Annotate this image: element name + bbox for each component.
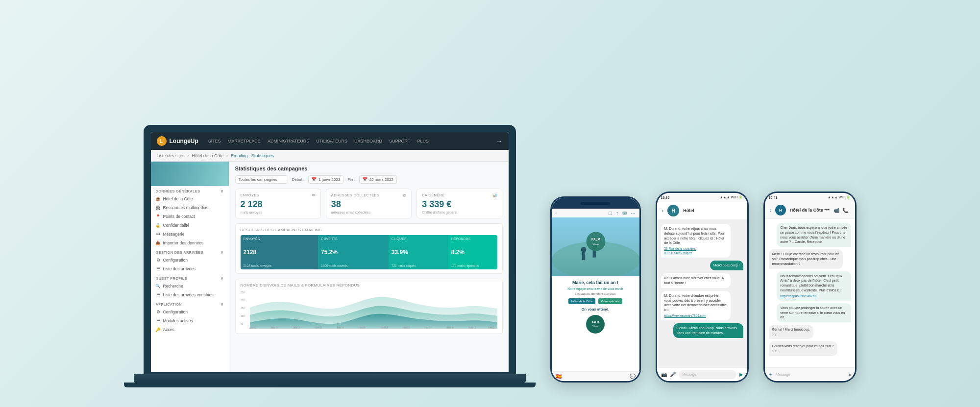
funnel-sent-sub: 2128 mails envoyés (244, 264, 315, 267)
sidebar-item-import[interactable]: 📥 Importer des données (151, 239, 229, 247)
svg-point-19 (581, 247, 586, 252)
phone3-msg-5: Génial ! Merci beaucoup. 3/11 (769, 325, 814, 339)
phone1-status-bar: ‹ □ ↑ ✉ ··· (552, 209, 639, 217)
svg-text:Janv 23: Janv 23 (315, 327, 322, 329)
contact-icon: 📍 (156, 214, 161, 219)
phone2-input-bar[interactable]: 📷 🎤 Message ▶ (657, 367, 747, 381)
sidebar-item-modules[interactable]: ☰ Modules activés (151, 316, 229, 325)
laptop-screen-outer: L LoungeUp SITES MARKETPLACE ADMINISTRAT… (144, 125, 516, 374)
area-chart-container: 250 200 150 100 50 (241, 290, 497, 330)
more-icon[interactable]: ··· (631, 210, 635, 216)
start-date-picker[interactable]: 📅 1 janvr 2022 (308, 175, 343, 184)
stat-revenue-label: CA GÉNÉRÉ (422, 193, 444, 197)
phone3-input-area[interactable]: ＋ iMessage ▶ (765, 367, 855, 381)
sidebar-item-contact[interactable]: 📍 Points de contact (151, 212, 229, 221)
msg1-link[interactable]: 33 Rue de la croisière,83990 Saint-Trope… (664, 246, 728, 255)
sidebar-item-privacy[interactable]: 🔒 Confidentialité (151, 221, 229, 230)
phone1-notch (552, 198, 639, 209)
sidebar-item-media[interactable]: 🖼 Ressources multimédias (151, 203, 229, 212)
svg-text:Janv 16: Janv 16 (293, 327, 300, 329)
breadcrumb-item-1[interactable]: Liste des sites (157, 153, 185, 158)
calendar-icon-2: 📅 (363, 177, 368, 182)
stat-sent-label: ENVOYÉS (241, 193, 259, 197)
calendar-icon: 📅 (312, 177, 317, 182)
phone2-messages: M. Durand, votre séjour chez nous débute… (657, 220, 747, 367)
dashboard-body: DONNÉES GÉNÉRALES ∨ 🏨 Hôtel de la Côte 🖼… (151, 162, 509, 372)
share-icon[interactable]: ↑ (616, 210, 619, 216)
sidebar-item-hotel[interactable]: 🏨 Hôtel de la Côte (151, 194, 229, 203)
chevron-down-icon[interactable]: ∨ (220, 276, 223, 281)
nav-dashboard[interactable]: DASHBOARD (354, 139, 382, 144)
nav-users[interactable]: UTILISATEURS (316, 139, 347, 144)
logo-icon: L (157, 136, 167, 146)
plus-icon[interactable]: ＋ (768, 370, 774, 379)
svg-text:150: 150 (241, 307, 245, 310)
sidebar-item-config[interactable]: ⚙ Configuration (151, 256, 229, 264)
camera-icon[interactable]: 📷 (661, 372, 667, 377)
email-cta-offer[interactable]: Offre spéciale (598, 298, 622, 304)
sidebar-item-enriched-list[interactable]: ☰ Liste des arrivées enrichies (151, 290, 229, 299)
imessage-input-field[interactable]: iMessage (776, 373, 847, 376)
sidebar-section-arrivals: GESTION DES ARRIVÉES ∨ (151, 247, 229, 256)
sidebar-item-search[interactable]: 🔍 Recherche (151, 282, 229, 290)
phone3-msg-2: Merci ! Oui je cherche un restaurant pou… (769, 249, 843, 268)
nav-plus[interactable]: PLUS (417, 139, 429, 144)
chevron-down-icon[interactable]: ∨ (220, 250, 223, 255)
phone-call-icon[interactable]: 📞 (842, 208, 848, 213)
logout-icon[interactable]: → (496, 137, 503, 145)
phone2-content: M. Durand, votre séjour chez nous débute… (657, 220, 747, 381)
phone1-nav-icons: □ ↑ ✉ ··· (609, 210, 635, 216)
funnel-segment-replied: RÉPONDUS 8.2% 175 mails répondus (448, 235, 497, 269)
msg4-link[interactable]: https://key.lessentry7809.com (664, 313, 728, 318)
phone3-avatar: H (775, 205, 786, 215)
breadcrumb-item-2[interactable]: Hôtel de la Côte (192, 153, 224, 158)
svg-text:250: 250 (241, 291, 245, 294)
mic-icon[interactable]: 🎤 (670, 372, 676, 377)
svg-text:Janv 09: Janv 09 (270, 327, 278, 329)
nav-support[interactable]: SUPPORT (389, 139, 410, 144)
phone3-status-bar: 10:41 ▲▲▲ WiFi 🔋 (765, 193, 855, 202)
phone2-avatar: H (667, 205, 679, 216)
bookmark-icon[interactable]: □ (609, 210, 612, 216)
laptop-foot (124, 383, 536, 387)
nav-sites[interactable]: SITES (208, 139, 221, 144)
sidebar-item-app-config[interactable]: ⚙ Configuration (151, 308, 229, 316)
nav-marketplace[interactable]: MARKETPLACE (228, 139, 261, 144)
email-bottom-logo-svg: PALM Village (586, 314, 605, 334)
chevron-down-icon[interactable]: ∨ (220, 302, 223, 307)
svg-text:Janv 02: Janv 02 (249, 327, 257, 329)
area-chart-section: NOMBRE D'ENVOIS DE MAILS & FORMULAIRES R… (235, 279, 503, 334)
phone1-back-arrow[interactable]: ‹ (556, 212, 557, 215)
phone2-wrapper: 16:35 ▲▲▲ WiFi 🔋 ‹ H Hôtel M. Durand, vo… (656, 192, 749, 383)
svg-text:Mars 06: Mars 06 (446, 327, 454, 329)
phone3-messages: Cher Jean, nous espérons que votre arriv… (765, 219, 855, 367)
sidebar-item-arrivals-list[interactable]: ☰ Liste des arrivées (151, 264, 229, 273)
phone2-chat-header: ‹ H Hôtel (657, 202, 747, 220)
svg-text:PALM: PALM (591, 321, 599, 324)
phone3-wrapper: 10:41 ▲▲▲ WiFi 🔋 ‹ H Hôtel de la Côte **… (763, 192, 857, 383)
message-input-field[interactable]: Message (679, 370, 736, 379)
end-date-picker[interactable]: 📅 25 mars 2022 (359, 175, 397, 184)
laptop-device: L LoungeUp SITES MARKETPLACE ADMINISTRAT… (124, 125, 536, 387)
send-icon[interactable]: ▶ (739, 372, 743, 377)
sidebar-item-access[interactable]: 🔑 Accès (151, 325, 229, 334)
funnel-container: ENVOYÉS 2128 2128 mails envoyés OUVERTS … (241, 235, 497, 269)
svg-text:50: 50 (241, 323, 244, 325)
video-call-icon[interactable]: 📹 (833, 208, 839, 213)
chevron-down-icon[interactable]: ∨ (220, 189, 223, 193)
mail-action-icon[interactable]: ✉ (622, 210, 627, 216)
top-navigation[interactable]: SITES MARKETPLACE ADMINISTRATEURS UTILIS… (208, 139, 429, 144)
sidebar-item-messaging[interactable]: ✉ Messagerie (151, 230, 229, 239)
svg-text:200: 200 (241, 299, 245, 302)
nav-admins[interactable]: ADMINISTRATEURS (268, 139, 309, 144)
modules-icon: ☰ (156, 318, 161, 323)
stats-row: ENVOYÉS ✉ 2 128 mails envoyés ADRESSES C… (235, 189, 503, 218)
phone3-back-arrow[interactable]: ‹ (770, 208, 771, 213)
email-subtitle: Notre équipe serait ravie de vous revoir (557, 287, 635, 290)
phone3-msg3-link[interactable]: https://appho.tel/23467a2 (780, 294, 847, 298)
funnel-clicked-sub: 721 mails cliqués (392, 264, 445, 267)
phone2-back-arrow[interactable]: ‹ (662, 208, 664, 214)
phone3-send-icon[interactable]: ▶ (849, 372, 852, 377)
email-cta-hotel[interactable]: Hôtel de la Côte (568, 298, 595, 304)
campaign-filter[interactable]: Toutes les campagnes (235, 175, 288, 184)
